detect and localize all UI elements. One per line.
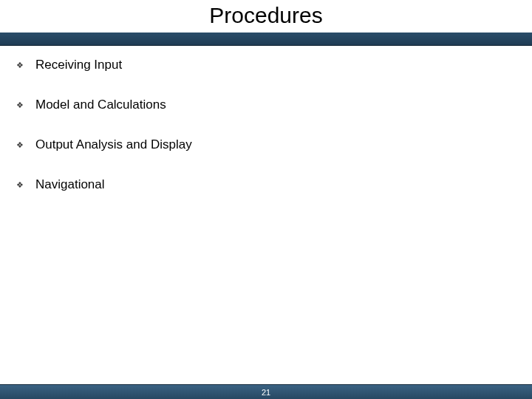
list-item: ❖ Output Analysis and Display (16, 137, 517, 152)
bullet-label: Navigational (35, 177, 105, 192)
content-area: ❖ Receiving Input ❖ Model and Calculatio… (16, 58, 517, 217)
list-item: ❖ Navigational (16, 177, 517, 192)
bullet-label: Receiving Input (35, 58, 122, 72)
diamond-bullet-icon: ❖ (16, 180, 25, 190)
header-band (0, 33, 532, 46)
list-item: ❖ Receiving Input (16, 58, 517, 72)
bullet-label: Model and Calculations (35, 98, 166, 112)
page-number: 21 (262, 388, 270, 397)
footer-band: 21 (0, 384, 532, 399)
diamond-bullet-icon: ❖ (16, 140, 25, 150)
bullet-label: Output Analysis and Display (35, 137, 192, 152)
slide-title: Procedures (0, 3, 532, 28)
diamond-bullet-icon: ❖ (16, 100, 25, 110)
list-item: ❖ Model and Calculations (16, 98, 517, 112)
diamond-bullet-icon: ❖ (16, 61, 25, 70)
slide: Procedures ❖ Receiving Input ❖ Model and… (0, 0, 532, 399)
